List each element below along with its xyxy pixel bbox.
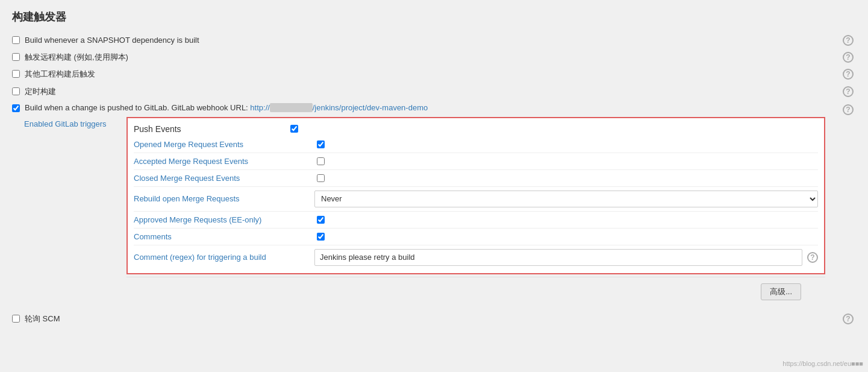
trigger-other: 其他工程构建后触发 ? (12, 69, 856, 80)
trigger-other-checkbox[interactable] (12, 70, 20, 78)
trigger-poll-scm-checkbox[interactable] (12, 315, 20, 323)
trigger-poll-scm-label: 轮询 SCM (25, 314, 60, 324)
advanced-button[interactable]: 高级... (761, 283, 801, 300)
trigger-snapshot-label: Build whenever a SNAPSHOT dependency is … (25, 35, 199, 46)
trigger-remote-help[interactable]: ? (843, 52, 854, 63)
accepted-mr-label: Accepted Merge Request Events (134, 157, 314, 166)
trigger-poll-scm-help[interactable]: ? (843, 314, 854, 324)
trigger-cron-checkbox[interactable] (12, 87, 20, 95)
comment-regex-row: Comment (regex) for triggering a build ? (134, 245, 818, 270)
url-masked: ■■■■■■■■ (270, 103, 313, 112)
trigger-remote-checkbox[interactable] (12, 53, 20, 61)
comment-regex-label: Comment (regex) for triggering a build (134, 253, 314, 262)
gitlab-triggers-label: Enabled GitLab triggers (12, 119, 120, 128)
push-events-row: Push Events (134, 122, 818, 136)
trigger-remote: 触发远程构建 (例如,使用脚本) ? (12, 52, 856, 63)
trigger-cron-help[interactable]: ? (843, 86, 854, 97)
opened-mr-row: Opened Merge Request Events (134, 136, 818, 153)
trigger-other-help[interactable]: ? (843, 69, 854, 80)
trigger-cron-label: 定时构建 (25, 86, 56, 97)
page-container: 构建触发器 Build whenever a SNAPSHOT dependen… (0, 0, 868, 340)
rebuild-mr-row: Rebuild open Merge Requests Never On pus… (134, 187, 818, 212)
trigger-remote-label: 触发远程构建 (例如,使用脚本) (25, 52, 128, 63)
trigger-snapshot: Build whenever a SNAPSHOT dependency is … (12, 35, 856, 46)
trigger-other-label: 其他工程构建后触发 (25, 69, 95, 80)
comment-regex-inner: Comment (regex) for triggering a build ? (134, 249, 818, 266)
trigger-gitlab-main: Build when a change is pushed to GitLab.… (12, 103, 856, 112)
comment-regex-input[interactable] (314, 249, 802, 266)
rebuild-mr-label: Rebuild open Merge Requests (134, 194, 314, 203)
accepted-mr-checkbox[interactable] (317, 157, 325, 165)
comments-row: Comments (134, 229, 818, 245)
trigger-cron: 定时构建 ? (12, 86, 856, 97)
trigger-snapshot-help[interactable]: ? (843, 35, 854, 46)
trigger-gitlab-label: Build when a change is pushed to GitLab.… (25, 103, 428, 112)
opened-mr-checkbox[interactable] (317, 140, 325, 148)
approved-mr-checkbox[interactable] (317, 216, 325, 224)
section-title: 构建触发器 (12, 10, 856, 24)
opened-mr-label: Opened Merge Request Events (134, 140, 314, 149)
trigger-gitlab-checkbox[interactable] (12, 104, 20, 112)
trigger-poll-scm: 轮询 SCM ? (12, 314, 856, 324)
trigger-gitlab-help[interactable]: ? (843, 104, 854, 115)
rebuild-mr-select[interactable]: Never On push to source branch On push t… (314, 191, 818, 207)
closed-mr-label: Closed Merge Request Events (134, 174, 314, 183)
accepted-mr-row: Accepted Merge Request Events (134, 153, 818, 170)
bottom-bar: 高级... (126, 277, 825, 304)
trigger-snapshot-checkbox[interactable] (12, 36, 20, 44)
comment-regex-help[interactable]: ? (807, 252, 818, 263)
gitlab-webhook-url: http://■■■■■■■■/jenkins/project/dev-mave… (250, 103, 428, 112)
closed-mr-checkbox[interactable] (317, 174, 325, 182)
closed-mr-row: Closed Merge Request Events (134, 170, 818, 187)
comments-checkbox[interactable] (317, 233, 325, 241)
comments-label: Comments (134, 232, 314, 241)
approved-mr-label: Approved Merge Requests (EE-only) (134, 215, 314, 224)
gitlab-section: Enabled GitLab triggers Push Events Open… (12, 117, 856, 304)
push-events-checkbox[interactable] (290, 125, 298, 133)
gitlab-triggers-box: Push Events Opened Merge Request Events … (126, 117, 825, 274)
push-events-label: Push Events (134, 124, 290, 134)
approved-mr-row: Approved Merge Requests (EE-only) (134, 212, 818, 229)
